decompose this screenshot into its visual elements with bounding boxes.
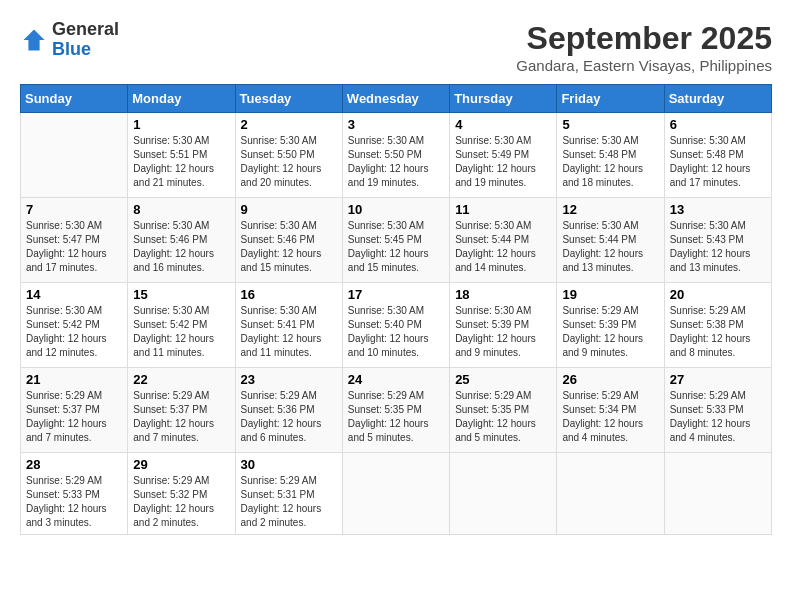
day-info: Sunrise: 5:30 AM Sunset: 5:51 PM Dayligh… xyxy=(133,134,229,190)
day-number: 1 xyxy=(133,117,229,132)
calendar-day-cell: 13Sunrise: 5:30 AM Sunset: 5:43 PM Dayli… xyxy=(664,198,771,283)
weekday-header: Saturday xyxy=(664,85,771,113)
calendar-day-cell: 12Sunrise: 5:30 AM Sunset: 5:44 PM Dayli… xyxy=(557,198,664,283)
calendar-week-row: 28Sunrise: 5:29 AM Sunset: 5:33 PM Dayli… xyxy=(21,453,772,535)
svg-marker-0 xyxy=(24,29,45,50)
weekday-header: Friday xyxy=(557,85,664,113)
day-info: Sunrise: 5:29 AM Sunset: 5:36 PM Dayligh… xyxy=(241,389,337,445)
day-number: 21 xyxy=(26,372,122,387)
day-number: 27 xyxy=(670,372,766,387)
calendar-table: SundayMondayTuesdayWednesdayThursdayFrid… xyxy=(20,84,772,535)
day-info: Sunrise: 5:30 AM Sunset: 5:41 PM Dayligh… xyxy=(241,304,337,360)
calendar-day-cell: 9Sunrise: 5:30 AM Sunset: 5:46 PM Daylig… xyxy=(235,198,342,283)
calendar-body: 1Sunrise: 5:30 AM Sunset: 5:51 PM Daylig… xyxy=(21,113,772,535)
calendar-day-cell: 1Sunrise: 5:30 AM Sunset: 5:51 PM Daylig… xyxy=(128,113,235,198)
calendar-week-row: 21Sunrise: 5:29 AM Sunset: 5:37 PM Dayli… xyxy=(21,368,772,453)
day-number: 25 xyxy=(455,372,551,387)
day-number: 14 xyxy=(26,287,122,302)
day-number: 7 xyxy=(26,202,122,217)
calendar-day-cell: 20Sunrise: 5:29 AM Sunset: 5:38 PM Dayli… xyxy=(664,283,771,368)
day-number: 18 xyxy=(455,287,551,302)
day-info: Sunrise: 5:30 AM Sunset: 5:39 PM Dayligh… xyxy=(455,304,551,360)
location: Gandara, Eastern Visayas, Philippines xyxy=(516,57,772,74)
calendar-day-cell: 6Sunrise: 5:30 AM Sunset: 5:48 PM Daylig… xyxy=(664,113,771,198)
calendar-day-cell: 22Sunrise: 5:29 AM Sunset: 5:37 PM Dayli… xyxy=(128,368,235,453)
day-number: 26 xyxy=(562,372,658,387)
day-number: 8 xyxy=(133,202,229,217)
calendar-day-cell: 15Sunrise: 5:30 AM Sunset: 5:42 PM Dayli… xyxy=(128,283,235,368)
title-area: September 2025 Gandara, Eastern Visayas,… xyxy=(516,20,772,74)
day-number: 28 xyxy=(26,457,122,472)
day-number: 10 xyxy=(348,202,444,217)
day-number: 30 xyxy=(241,457,337,472)
day-number: 4 xyxy=(455,117,551,132)
weekday-row: SundayMondayTuesdayWednesdayThursdayFrid… xyxy=(21,85,772,113)
day-info: Sunrise: 5:30 AM Sunset: 5:43 PM Dayligh… xyxy=(670,219,766,275)
day-number: 6 xyxy=(670,117,766,132)
calendar-day-cell: 16Sunrise: 5:30 AM Sunset: 5:41 PM Dayli… xyxy=(235,283,342,368)
day-number: 9 xyxy=(241,202,337,217)
calendar-day-cell: 27Sunrise: 5:29 AM Sunset: 5:33 PM Dayli… xyxy=(664,368,771,453)
calendar-day-cell: 29Sunrise: 5:29 AM Sunset: 5:32 PM Dayli… xyxy=(128,453,235,535)
day-info: Sunrise: 5:30 AM Sunset: 5:47 PM Dayligh… xyxy=(26,219,122,275)
calendar-day-cell: 2Sunrise: 5:30 AM Sunset: 5:50 PM Daylig… xyxy=(235,113,342,198)
calendar-day-cell: 3Sunrise: 5:30 AM Sunset: 5:50 PM Daylig… xyxy=(342,113,449,198)
day-info: Sunrise: 5:29 AM Sunset: 5:37 PM Dayligh… xyxy=(26,389,122,445)
calendar-day-cell xyxy=(342,453,449,535)
logo-blue: Blue xyxy=(52,40,119,60)
day-info: Sunrise: 5:29 AM Sunset: 5:38 PM Dayligh… xyxy=(670,304,766,360)
day-info: Sunrise: 5:29 AM Sunset: 5:35 PM Dayligh… xyxy=(455,389,551,445)
calendar-day-cell: 17Sunrise: 5:30 AM Sunset: 5:40 PM Dayli… xyxy=(342,283,449,368)
calendar-day-cell: 23Sunrise: 5:29 AM Sunset: 5:36 PM Dayli… xyxy=(235,368,342,453)
calendar-day-cell: 5Sunrise: 5:30 AM Sunset: 5:48 PM Daylig… xyxy=(557,113,664,198)
calendar-day-cell: 19Sunrise: 5:29 AM Sunset: 5:39 PM Dayli… xyxy=(557,283,664,368)
day-number: 22 xyxy=(133,372,229,387)
day-info: Sunrise: 5:30 AM Sunset: 5:46 PM Dayligh… xyxy=(133,219,229,275)
day-info: Sunrise: 5:30 AM Sunset: 5:44 PM Dayligh… xyxy=(562,219,658,275)
day-info: Sunrise: 5:29 AM Sunset: 5:33 PM Dayligh… xyxy=(26,474,122,530)
weekday-header: Thursday xyxy=(450,85,557,113)
day-number: 15 xyxy=(133,287,229,302)
day-number: 5 xyxy=(562,117,658,132)
calendar-day-cell xyxy=(450,453,557,535)
calendar-day-cell: 30Sunrise: 5:29 AM Sunset: 5:31 PM Dayli… xyxy=(235,453,342,535)
day-number: 3 xyxy=(348,117,444,132)
calendar-day-cell xyxy=(664,453,771,535)
day-info: Sunrise: 5:29 AM Sunset: 5:39 PM Dayligh… xyxy=(562,304,658,360)
calendar-day-cell: 10Sunrise: 5:30 AM Sunset: 5:45 PM Dayli… xyxy=(342,198,449,283)
calendar-day-cell: 28Sunrise: 5:29 AM Sunset: 5:33 PM Dayli… xyxy=(21,453,128,535)
calendar-day-cell: 25Sunrise: 5:29 AM Sunset: 5:35 PM Dayli… xyxy=(450,368,557,453)
calendar-day-cell: 7Sunrise: 5:30 AM Sunset: 5:47 PM Daylig… xyxy=(21,198,128,283)
day-info: Sunrise: 5:30 AM Sunset: 5:45 PM Dayligh… xyxy=(348,219,444,275)
day-info: Sunrise: 5:29 AM Sunset: 5:33 PM Dayligh… xyxy=(670,389,766,445)
calendar-day-cell: 26Sunrise: 5:29 AM Sunset: 5:34 PM Dayli… xyxy=(557,368,664,453)
calendar-week-row: 7Sunrise: 5:30 AM Sunset: 5:47 PM Daylig… xyxy=(21,198,772,283)
day-number: 23 xyxy=(241,372,337,387)
logo-general: General xyxy=(52,20,119,40)
day-info: Sunrise: 5:30 AM Sunset: 5:50 PM Dayligh… xyxy=(348,134,444,190)
calendar-day-cell: 4Sunrise: 5:30 AM Sunset: 5:49 PM Daylig… xyxy=(450,113,557,198)
weekday-header: Tuesday xyxy=(235,85,342,113)
calendar-day-cell: 24Sunrise: 5:29 AM Sunset: 5:35 PM Dayli… xyxy=(342,368,449,453)
day-info: Sunrise: 5:30 AM Sunset: 5:42 PM Dayligh… xyxy=(133,304,229,360)
day-number: 2 xyxy=(241,117,337,132)
logo-icon xyxy=(20,26,48,54)
day-info: Sunrise: 5:29 AM Sunset: 5:31 PM Dayligh… xyxy=(241,474,337,530)
day-number: 20 xyxy=(670,287,766,302)
day-info: Sunrise: 5:30 AM Sunset: 5:46 PM Dayligh… xyxy=(241,219,337,275)
calendar-day-cell: 18Sunrise: 5:30 AM Sunset: 5:39 PM Dayli… xyxy=(450,283,557,368)
calendar-day-cell: 14Sunrise: 5:30 AM Sunset: 5:42 PM Dayli… xyxy=(21,283,128,368)
logo-text: General Blue xyxy=(52,20,119,60)
calendar-day-cell: 11Sunrise: 5:30 AM Sunset: 5:44 PM Dayli… xyxy=(450,198,557,283)
day-info: Sunrise: 5:30 AM Sunset: 5:48 PM Dayligh… xyxy=(670,134,766,190)
weekday-header: Monday xyxy=(128,85,235,113)
day-number: 11 xyxy=(455,202,551,217)
calendar-week-row: 14Sunrise: 5:30 AM Sunset: 5:42 PM Dayli… xyxy=(21,283,772,368)
day-info: Sunrise: 5:30 AM Sunset: 5:44 PM Dayligh… xyxy=(455,219,551,275)
day-info: Sunrise: 5:30 AM Sunset: 5:49 PM Dayligh… xyxy=(455,134,551,190)
day-info: Sunrise: 5:29 AM Sunset: 5:37 PM Dayligh… xyxy=(133,389,229,445)
day-number: 17 xyxy=(348,287,444,302)
day-info: Sunrise: 5:30 AM Sunset: 5:42 PM Dayligh… xyxy=(26,304,122,360)
day-number: 12 xyxy=(562,202,658,217)
day-info: Sunrise: 5:29 AM Sunset: 5:34 PM Dayligh… xyxy=(562,389,658,445)
